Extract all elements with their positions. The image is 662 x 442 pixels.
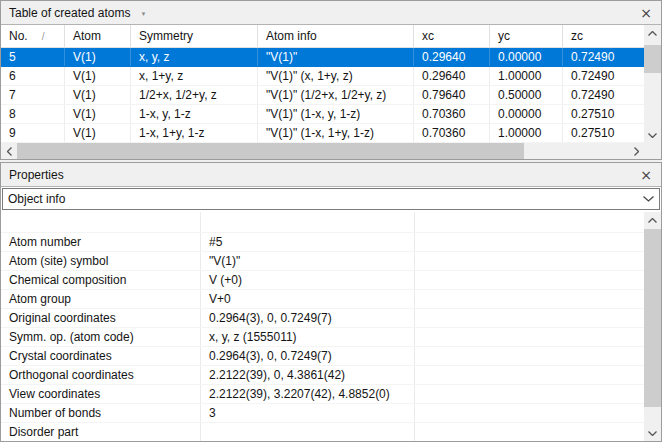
chevron-down-icon[interactable] [644, 127, 661, 143]
table-row[interactable]: 8 V(1) 1-x, y, 1-z "V(1)" (1-x, y, 1-z) … [1, 105, 644, 124]
table-row[interactable]: 7 V(1) 1/2+x, 1/2+y, z "V(1)" (1/2+x, 1/… [1, 86, 644, 105]
list-item: Original coordinates 0.2964(3), 0, 0.724… [1, 309, 644, 328]
chevron-up-icon[interactable] [644, 212, 661, 228]
atoms-table-pane: Table of created atoms ▼ × No. / Atom Sy… [0, 0, 662, 160]
atoms-pane-title: Table of created atoms [9, 6, 130, 20]
atoms-vertical-scrollbar[interactable] [644, 25, 661, 143]
list-item [1, 212, 644, 233]
scrollbar-thumb[interactable] [17, 143, 524, 159]
column-header-yc[interactable]: yc [490, 25, 563, 47]
list-item: Orthogonal coordinates 2.2122(39), 0, 4.… [1, 366, 644, 385]
atoms-horizontal-scrollbar[interactable] [1, 143, 644, 159]
list-item: View coordinates 2.2122(39), 3.2207(42),… [1, 385, 644, 404]
atoms-table: No. / Atom Symmetry Atom info xc yc zc 5… [1, 25, 644, 143]
list-item: Number of bonds 3 [1, 404, 644, 423]
table-row[interactable]: 5 V(1) x, y, z "V(1)" 0.29640 0.00000 0.… [1, 48, 644, 67]
list-item: Chemical composition V (+0) [1, 271, 644, 290]
atoms-pane-titlebar: Table of created atoms ▼ × [1, 1, 661, 25]
properties-pane-title: Properties [9, 168, 64, 182]
list-item: Symm. op. (atom code) x, y, z (1555011) [1, 328, 644, 347]
chevron-down-icon[interactable] [644, 425, 661, 441]
column-header-atom[interactable]: Atom [65, 25, 131, 47]
atoms-table-header: No. / Atom Symmetry Atom info xc yc zc [1, 25, 644, 48]
column-header-atom-info[interactable]: Atom info [258, 25, 414, 47]
properties-table: Atom number #5 Atom (site) symbol "V(1)"… [1, 212, 644, 441]
properties-vertical-scrollbar[interactable] [644, 212, 661, 441]
scrollbar-corner [644, 143, 661, 159]
close-icon[interactable]: × [634, 165, 658, 185]
chevron-right-icon[interactable] [628, 143, 644, 159]
list-item: Disorder part [1, 423, 644, 441]
sort-ascending-icon: / [42, 31, 45, 42]
properties-pane-titlebar: Properties × [1, 163, 661, 187]
list-item: Atom number #5 [1, 233, 644, 252]
column-header-xc[interactable]: xc [414, 25, 490, 47]
list-item: Atom group V+0 [1, 290, 644, 309]
app-window: Table of created atoms ▼ × No. / Atom Sy… [0, 0, 662, 442]
object-info-dropdown[interactable]: Object info [2, 188, 660, 210]
properties-pane: Properties × Object info Atom number #5 … [0, 162, 662, 442]
chevron-down-icon [637, 196, 659, 202]
chevron-left-icon[interactable] [1, 143, 17, 159]
list-item: Atom (site) symbol "V(1)" [1, 252, 644, 271]
scrollbar-thumb[interactable] [644, 45, 661, 73]
close-icon[interactable]: × [634, 3, 658, 23]
scrollbar-thumb[interactable] [644, 229, 661, 407]
table-row[interactable]: 9 V(1) 1-x, 1+y, 1-z "V(1)" (1-x, 1+y, 1… [1, 124, 644, 143]
table-row[interactable]: 6 V(1) x, 1+y, z "V(1)" (x, 1+y, z) 0.29… [1, 67, 644, 86]
list-item: Crystal coordinates 0.2964(3), 0, 0.7249… [1, 347, 644, 366]
column-header-zc[interactable]: zc [563, 25, 644, 47]
column-header-no[interactable]: No. / [1, 25, 65, 47]
chevron-up-icon[interactable] [644, 25, 661, 41]
pane-menu-icon[interactable]: ▼ [140, 8, 146, 17]
column-header-symmetry[interactable]: Symmetry [131, 25, 258, 47]
dropdown-selected-value: Object info [8, 192, 65, 206]
